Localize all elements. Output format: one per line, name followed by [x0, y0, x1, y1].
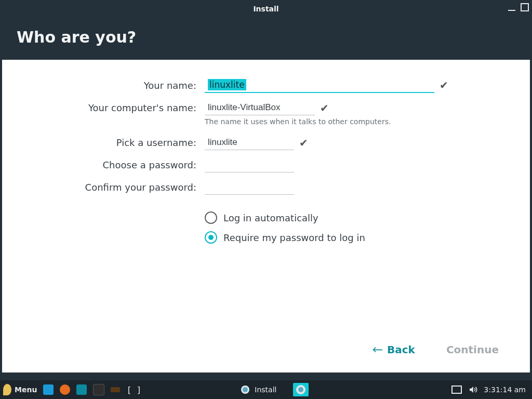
firefox-icon: [60, 384, 70, 395]
folder-icon: [76, 384, 87, 395]
app-button[interactable]: [108, 380, 123, 399]
volume-icon[interactable]: [468, 385, 477, 394]
menu-button[interactable]: Menu: [0, 380, 40, 399]
confirm-input[interactable]: [205, 180, 294, 195]
terminal-icon: [93, 384, 104, 395]
task-install[interactable]: Install: [233, 383, 284, 396]
check-icon: ✔: [440, 79, 448, 91]
firefox-button[interactable]: [57, 380, 73, 399]
minimize-button[interactable]: [508, 4, 515, 11]
svg-point-1: [243, 387, 248, 392]
name-label: Your name:: [28, 80, 205, 91]
display-icon[interactable]: [451, 385, 462, 394]
name-input-value: linuxlite: [208, 79, 246, 90]
username-label: Pick a username:: [28, 137, 205, 148]
confirm-label: Confirm your password:: [28, 182, 205, 193]
installer-icon: [240, 384, 250, 395]
feather-icon: [3, 384, 11, 395]
titlebar[interactable]: Install: [0, 0, 532, 18]
show-desktop-button[interactable]: [40, 380, 57, 399]
password-input[interactable]: [205, 157, 294, 172]
back-label: Back: [387, 343, 415, 356]
radio-on-icon: [205, 231, 217, 244]
radio-require-label: Require my password to log in: [223, 232, 365, 243]
window-title: Install: [253, 5, 278, 13]
password-label: Choose a password:: [28, 159, 205, 170]
hostname-input[interactable]: [205, 100, 315, 115]
check-icon: ✔: [320, 102, 329, 114]
username-input[interactable]: [205, 135, 294, 150]
task-active-thumb[interactable]: [293, 383, 309, 396]
back-button[interactable]: 🡐 Back: [373, 343, 415, 356]
name-input[interactable]: linuxlite: [205, 77, 434, 93]
check-icon: ✔: [299, 137, 308, 149]
continue-label: Continue: [446, 343, 499, 356]
arrow-left-icon: 🡐: [373, 343, 383, 356]
shoe-icon: [111, 387, 120, 392]
installer-icon: [296, 385, 305, 394]
task-install-label: Install: [255, 385, 276, 394]
desktop-icon: [43, 384, 54, 395]
radio-auto-label: Log in automatically: [223, 212, 318, 223]
page-title: Who are you?: [0, 18, 532, 60]
workspace-indicator[interactable]: [ ]: [123, 380, 144, 399]
menu-label: Menu: [15, 385, 37, 394]
files-button[interactable]: [73, 380, 90, 399]
hostname-label: Your computer's name:: [28, 102, 205, 113]
svg-marker-3: [470, 387, 473, 393]
installer-window: Install Who are you? Your name: linuxlit…: [0, 0, 532, 380]
clock[interactable]: 3:31:14 am: [484, 385, 526, 394]
radio-require-password[interactable]: Require my password to log in: [205, 231, 504, 244]
svg-point-2: [298, 387, 303, 392]
form-panel: Your name: linuxlite ✔ Your computer's n…: [2, 60, 530, 373]
radio-login-auto[interactable]: Log in automatically: [205, 211, 504, 224]
maximize-button[interactable]: [521, 3, 529, 11]
radio-off-icon: [205, 211, 217, 224]
continue-button: Continue: [446, 343, 499, 356]
taskbar: Menu [ ] Install 3:31:14 am: [0, 380, 532, 399]
terminal-button[interactable]: [90, 380, 108, 399]
hostname-hint: The name it uses when it talks to other …: [205, 117, 504, 126]
